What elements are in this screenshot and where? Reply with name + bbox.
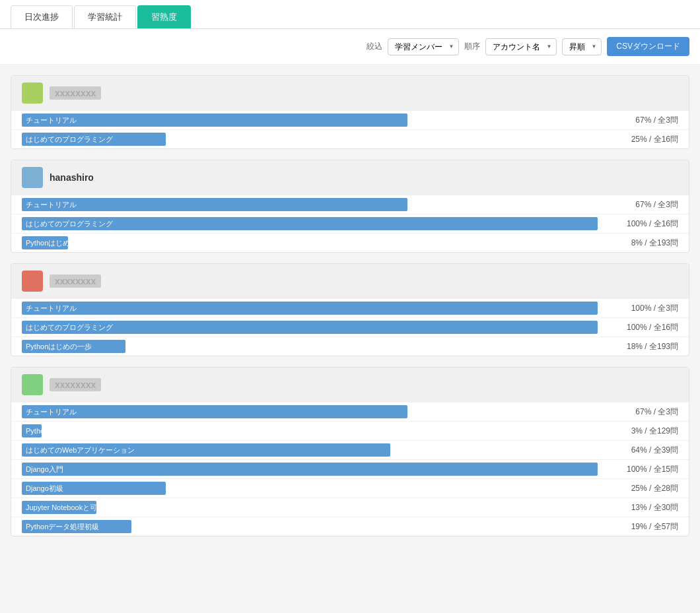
bar-container: Django入門 <box>22 463 598 476</box>
bar-container: チュートリアル <box>22 113 598 127</box>
course-label: チュートリアル <box>26 200 77 210</box>
progress-bar: はじめてのWebアプリケーション <box>22 443 390 457</box>
order-label: 順序 <box>464 41 480 52</box>
bar-container: チュートリアル <box>22 302 598 315</box>
bar-container: Jupyter Notebookと可視化 <box>22 501 598 514</box>
course-label: はじめてのWebアプリケーション <box>26 445 135 455</box>
avatar <box>22 167 43 188</box>
progress-bar: はじめてのプログラミング <box>22 321 598 334</box>
avatar <box>22 82 43 104</box>
progress-bar: Pythonはじめの一歩 <box>22 340 125 353</box>
progress-bar: チュートリアル <box>22 302 598 315</box>
toolbar: 絞込 学習メンバー 順序 アカウント名 昇順 CSVダウンロード <box>0 29 700 65</box>
course-row: Pythonはじめの一歩18% / 全193問 <box>11 337 689 356</box>
tab-proficiency[interactable]: 習熟度 <box>137 5 191 28</box>
course-label: チュートリアル <box>26 304 77 313</box>
progress-bar: はじめてのプログラミング <box>22 133 166 146</box>
user-block-2: xxxxxxxxチュートリアル100% / 全3問はじめてのプログラミング100… <box>11 263 689 356</box>
bar-container: はじめてのプログラミング <box>22 217 598 230</box>
course-row: チュートリアル100% / 全3問 <box>11 298 689 317</box>
username: xxxxxxxx <box>50 378 101 391</box>
course-stat: 100% / 全16問 <box>606 218 678 230</box>
user-header-1: hanashiro <box>11 160 689 195</box>
bar-container: Django初級 <box>22 482 598 495</box>
course-label: Pythonデータ処理初級 <box>26 522 99 532</box>
tab-daily-progress[interactable]: 日次進捗 <box>11 5 73 28</box>
course-row: Jupyter Notebookと可視化13% / 全30問 <box>11 498 689 517</box>
course-row: はじめてのプログラミング25% / 全16問 <box>11 129 689 148</box>
tab-bar: 日次進捗 学習統計 習熟度 <box>0 0 700 29</box>
course-row: Django入門100% / 全15問 <box>11 459 689 478</box>
bar-container: はじめてのプログラミング <box>22 321 598 334</box>
course-label: Python中級 <box>26 426 63 436</box>
course-row: はじめてのプログラミング100% / 全16問 <box>11 317 689 337</box>
direction-select[interactable]: 昇順 <box>562 38 602 55</box>
order-select-wrapper[interactable]: アカウント名 <box>485 38 557 55</box>
course-row: Python中級3% / 全129問 <box>11 421 689 440</box>
order-select[interactable]: アカウント名 <box>485 38 557 55</box>
course-label: Django初級 <box>26 484 63 494</box>
course-row: チュートリアル67% / 全3問 <box>11 402 689 421</box>
course-stat: 67% / 全3問 <box>606 115 678 126</box>
progress-bar: Django初級 <box>22 482 166 495</box>
course-label: はじめてのプログラミング <box>26 135 113 145</box>
course-stat: 8% / 全193問 <box>606 238 678 249</box>
username: xxxxxxxx <box>50 274 101 288</box>
progress-bar: Jupyter Notebookと可視化 <box>22 501 96 514</box>
course-stat: 67% / 全3問 <box>606 406 678 418</box>
username: xxxxxxxx <box>50 86 101 100</box>
bar-container: はじめてのWebアプリケーション <box>22 443 598 457</box>
bar-container: Python中級 <box>22 424 598 437</box>
filter-select-wrapper[interactable]: 学習メンバー <box>388 38 459 55</box>
course-label: はじめてのプログラミング <box>26 219 113 229</box>
user-header-2: xxxxxxxx <box>11 264 689 298</box>
course-label: Pythonはじめの一歩 <box>26 342 92 352</box>
course-label: はじめてのプログラミング <box>26 323 113 333</box>
course-row: チュートリアル67% / 全3問 <box>11 110 689 129</box>
course-label: チュートリアル <box>26 407 77 417</box>
avatar <box>22 271 43 292</box>
course-stat: 25% / 全28問 <box>606 483 678 494</box>
course-row: はじめてのプログラミング100% / 全16問 <box>11 214 689 233</box>
avatar <box>22 374 43 395</box>
user-header-3: xxxxxxxx <box>11 368 689 402</box>
course-row: チュートリアル67% / 全3問 <box>11 195 689 214</box>
course-stat: 67% / 全3問 <box>606 199 678 210</box>
course-row: Pythonはじめの一歩8% / 全193問 <box>11 233 689 252</box>
progress-bar: チュートリアル <box>22 405 407 418</box>
progress-bar: チュートリアル <box>22 198 407 211</box>
user-header-0: xxxxxxxx <box>11 76 689 110</box>
course-stat: 100% / 全16問 <box>606 322 678 333</box>
course-stat: 100% / 全3問 <box>606 303 678 314</box>
progress-bar: チュートリアル <box>22 113 407 127</box>
course-stat: 18% / 全193問 <box>606 341 678 352</box>
course-stat: 64% / 全39問 <box>606 445 678 456</box>
bar-container: チュートリアル <box>22 405 598 418</box>
username: hanashiro <box>50 172 94 183</box>
direction-select-wrapper[interactable]: 昇順 <box>562 38 602 55</box>
user-block-1: hanashiroチュートリアル67% / 全3問はじめてのプログラミング100… <box>11 160 689 253</box>
course-row: Django初級25% / 全28問 <box>11 478 689 498</box>
bar-container: チュートリアル <box>22 198 598 211</box>
filter-select[interactable]: 学習メンバー <box>388 38 459 55</box>
csv-download-button[interactable]: CSVダウンロード <box>607 37 689 56</box>
course-stat: 100% / 全15問 <box>606 464 678 475</box>
course-label: Django入門 <box>26 465 63 474</box>
tabs-container: 日次進捗 学習統計 習熟度 <box>0 0 700 29</box>
progress-bar: Django入門 <box>22 463 598 476</box>
bar-container: はじめてのプログラミング <box>22 133 598 146</box>
progress-bar: はじめてのプログラミング <box>22 217 598 230</box>
course-label: チュートリアル <box>26 115 77 125</box>
progress-bar: Python中級 <box>22 424 42 437</box>
course-label: Pythonはじめの一歩 <box>26 238 92 248</box>
course-label: Jupyter Notebookと可視化 <box>26 503 112 513</box>
user-block-3: xxxxxxxxチュートリアル67% / 全3問Python中級3% / 全12… <box>11 367 689 536</box>
bar-container: Pythonデータ処理初級 <box>22 520 598 533</box>
progress-bar: Pythonデータ処理初級 <box>22 520 131 533</box>
filter-label: 絞込 <box>367 41 382 52</box>
course-stat: 3% / 全129問 <box>606 426 678 437</box>
tab-learning-stats[interactable]: 学習統計 <box>74 5 136 28</box>
bar-container: Pythonはじめの一歩 <box>22 236 598 249</box>
progress-bar: Pythonはじめの一歩 <box>22 236 68 249</box>
course-row: はじめてのWebアプリケーション64% / 全39問 <box>11 440 689 459</box>
